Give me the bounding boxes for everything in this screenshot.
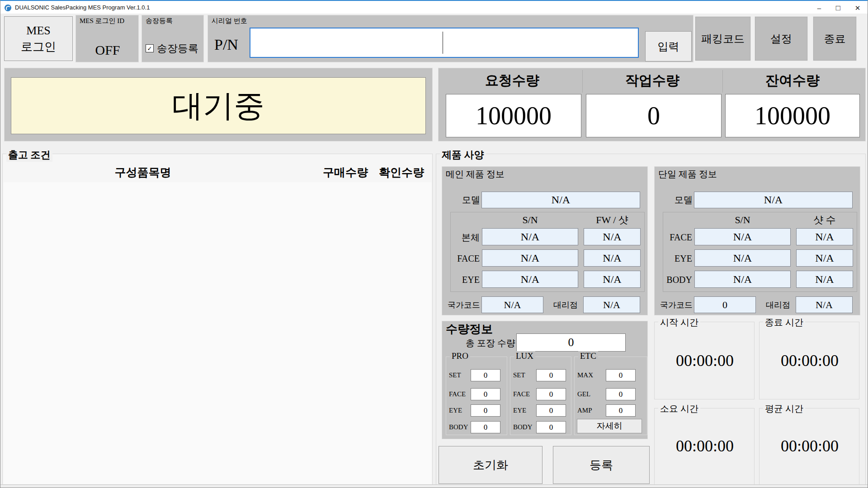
invoice-group: 송장등록 ✓ 송장등록 (142, 15, 204, 62)
start-time-label: 시작 시간 (658, 316, 700, 328)
column-header-item: 구성품목명 (48, 164, 238, 180)
single-country-code-value: 0 (694, 296, 756, 313)
elapsed-time-label: 소요 시간 (658, 403, 700, 415)
column-header-confirm: 확인수량 (372, 164, 431, 180)
maximize-button[interactable]: □ (829, 2, 848, 14)
main-country-code-label: 국가코드 (442, 297, 480, 312)
etc-row-value: 0 (606, 369, 636, 381)
divider (582, 70, 583, 93)
serial-number-label: 시리얼 번호 (212, 17, 247, 25)
status-text: 대기중 (172, 85, 264, 127)
single-row-shot-value: N/A (796, 249, 853, 267)
close-button[interactable]: ✕ (848, 2, 868, 14)
enter-button[interactable]: 입력 (645, 31, 692, 61)
remaining-qty-value: 100000 (725, 94, 860, 137)
main-fw-header: FW / 샷 (584, 214, 641, 226)
pro-row-label: FACE (449, 388, 466, 400)
requested-qty-label: 요청수량 (443, 71, 581, 90)
app-icon (5, 5, 11, 11)
minimize-button[interactable]: – (810, 2, 829, 14)
product-spec-label: 제품 사양 (440, 148, 486, 162)
single-row-sn-value: N/A (694, 228, 791, 245)
mes-login-id-label: MES 로그인 ID (80, 17, 124, 25)
main-row-fw-value: N/A (584, 249, 641, 267)
total-pack-label: 총 포장 수량 (456, 336, 515, 350)
pn-label: P/N (214, 33, 238, 56)
pro-row-value: 0 (471, 369, 500, 381)
end-time-group: 종료 시간 00:00:00 (759, 322, 859, 399)
etc-row-value: 0 (606, 388, 636, 400)
settings-button[interactable]: 설정 (755, 16, 808, 61)
start-time-value: 00:00:00 (655, 350, 755, 371)
pro-group: PRO SET 0 FACE 0 EYE 0 BODY 0 (446, 357, 507, 435)
average-time-value: 00:00:00 (760, 436, 860, 456)
pro-row-value: 0 (471, 388, 500, 400)
main-model-label: 모델 (448, 192, 480, 207)
single-model-label: 모델 (661, 192, 693, 207)
main-row-label: EYE (451, 272, 480, 288)
average-time-label: 평균 시간 (763, 403, 805, 415)
pro-group-title: PRO (450, 351, 470, 361)
title-bar: DUALSONIC SalesPacking MES Program Ver.1… (0, 0, 868, 14)
serial-number-group: 시리얼 번호 P/N 입력 (208, 15, 693, 62)
detail-button[interactable]: 자세히 (577, 419, 642, 433)
etc-row-label: MAX (577, 369, 593, 381)
lux-row-value: 0 (536, 421, 566, 433)
total-pack-input[interactable]: 0 (516, 333, 626, 352)
lux-row-label: FACE (513, 388, 530, 400)
main-row-label: 본체 (451, 229, 480, 245)
single-sn-header: S/N (694, 214, 791, 226)
lux-row-value: 0 (536, 388, 566, 400)
lux-group-title: LUX (514, 351, 535, 361)
mes-login-id-group: MES 로그인 ID OFF (75, 15, 139, 62)
status-banner: 대기중 (11, 77, 426, 134)
etc-row-value: 0 (606, 404, 636, 417)
etc-row-label: AMP (577, 404, 592, 417)
single-row-shot-value: N/A (796, 228, 853, 245)
checkbox-checked-icon: ✓ (146, 44, 154, 52)
single-dealer-label: 대리점 (760, 297, 790, 312)
invoice-group-label: 송장등록 (146, 17, 173, 25)
invoice-checkbox[interactable]: ✓ 송장등록 (146, 41, 198, 56)
column-header-purchase: 구매수량 (314, 164, 377, 180)
main-row-label: FACE (451, 250, 480, 267)
status-panel: 대기중 (4, 68, 433, 141)
main-product-title: 메인 제품 정보 (446, 168, 505, 180)
etc-row-label: GEL (577, 388, 590, 400)
main-product-panel: 메인 제품 정보 모델 N/A S/N FW / 샷 본체 N/A N/A FA… (442, 166, 648, 315)
invoice-checkbox-label: 송장등록 (157, 42, 198, 56)
lux-row-value: 0 (536, 369, 566, 381)
init-button[interactable]: 초기화 (439, 446, 542, 484)
mes-login-id-value: OFF (76, 40, 139, 60)
lux-row-value: 0 (536, 404, 566, 417)
single-row-sn-value: N/A (694, 249, 791, 267)
elapsed-time-group: 소요 시간 00:00:00 (654, 408, 755, 485)
single-model-value: N/A (694, 192, 853, 208)
shipping-conditions-group: 출고 조건 구성품목명 구매수량 확인수량 (2, 154, 433, 485)
single-product-panel: 단일 제품 정보 모델 N/A S/N 샷 수 FACE N/A N/A EYE… (654, 166, 860, 315)
mes-login-button[interactable]: MES 로그인 (4, 16, 73, 61)
packing-code-button[interactable]: 패킹코드 (695, 16, 751, 61)
single-country-code-label: 국가코드 (655, 297, 693, 312)
serial-input[interactable] (250, 28, 639, 58)
shipping-list[interactable] (4, 182, 431, 484)
main-row-fw-value: N/A (584, 271, 641, 288)
remaining-qty-label: 잔여수량 (723, 71, 862, 90)
end-time-label: 종료 시간 (763, 316, 805, 328)
main-row-sn-value: N/A (482, 249, 578, 267)
single-product-table: S/N 샷 수 FACE N/A N/A EYE N/A N/A BODY N/… (663, 212, 857, 292)
end-time-value: 00:00:00 (760, 350, 860, 371)
exit-button[interactable]: 종료 (813, 16, 857, 61)
requested-qty-value: 100000 (446, 94, 581, 137)
main-model-value: N/A (481, 192, 640, 208)
single-row-label: EYE (663, 250, 692, 267)
register-button[interactable]: 등록 (553, 446, 650, 484)
start-time-group: 시작 시간 00:00:00 (654, 322, 755, 399)
average-time-group: 평균 시간 00:00:00 (759, 408, 859, 485)
main-row-fw-value: N/A (584, 228, 641, 245)
shipping-conditions-label: 출고 조건 (6, 148, 52, 162)
pro-row-value: 0 (471, 404, 500, 417)
main-dealer-label: 대리점 (548, 297, 578, 312)
quantity-summary-panel: 요청수량 100000 작업수량 0 잔여수량 100000 (438, 68, 866, 141)
pro-row-value: 0 (471, 421, 500, 433)
